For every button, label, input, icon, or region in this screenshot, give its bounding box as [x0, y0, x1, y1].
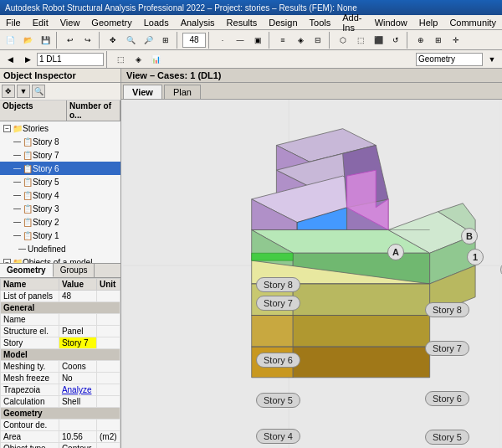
view-dropdown-btn[interactable]: ▼	[484, 51, 500, 68]
bar-btn[interactable]: ―	[232, 32, 248, 49]
tree-item-story4[interactable]: — 📋 Story 4	[0, 188, 120, 202]
menu-file[interactable]: File	[3, 17, 23, 28]
rotate-btn[interactable]: ↺	[387, 32, 404, 49]
tree-item-undefined[interactable]: — Undefined	[0, 242, 120, 255]
geometry-header: Geometry	[1, 408, 120, 420]
tab-groups[interactable]: Groups	[54, 264, 95, 277]
prop-story-label: Story	[1, 337, 59, 349]
menu-tools[interactable]: Tools	[307, 17, 334, 28]
material-btn[interactable]: ◈	[292, 32, 309, 49]
story6-label: Story 6	[33, 164, 59, 173]
menu-bar: File Edit View Geometry Loads Analysis R…	[0, 15, 502, 30]
tree-item-story2[interactable]: — 📋 Story 2	[0, 215, 120, 229]
case-next-btn[interactable]: ▶	[19, 51, 36, 68]
main-layout: Object Inspector ✥ ▼ 🔍 Objects Number of…	[0, 69, 502, 448]
prop-structure-unit	[97, 326, 120, 337]
grid-btn[interactable]: ⊞	[430, 32, 447, 49]
tree-root-stories[interactable]: − 📁 Stories	[0, 121, 120, 135]
results-btn[interactable]: 📊	[147, 51, 164, 68]
tab-geometry[interactable]: Geometry	[0, 264, 54, 277]
tree-item-story5[interactable]: — 📋 Story 5	[0, 175, 120, 188]
node-btn[interactable]: ·	[214, 32, 231, 49]
prop-trapezoia-value[interactable]: Analyze	[59, 384, 96, 396]
menu-analysis[interactable]: Analysis	[178, 17, 218, 28]
props-btn[interactable]: ≡	[274, 32, 291, 49]
case-prev-btn[interactable]: ◀	[2, 51, 18, 68]
sep4	[208, 32, 212, 49]
zoom-out-btn[interactable]: 🔎	[140, 32, 156, 49]
map-btn[interactable]: ◈	[130, 51, 146, 68]
prop-story-value[interactable]: Story 7	[59, 337, 96, 349]
tab-plan[interactable]: Plan	[164, 85, 201, 99]
view-top-btn[interactable]: ⬛	[370, 32, 387, 49]
case-input[interactable]: 1 DL1	[37, 53, 104, 66]
prop-story-row[interactable]: Story Story 7	[1, 337, 120, 349]
axis-A: A	[387, 244, 404, 260]
insp-select-btn[interactable]: ✥	[2, 85, 15, 98]
select-btn[interactable]: ✥	[105, 32, 121, 49]
prop-objtype-label: Object type	[1, 443, 59, 449]
zoom-input[interactable]: 48	[182, 33, 206, 48]
s7-left-text: Story 7	[264, 298, 293, 308]
s8-left-text: Story 8	[264, 280, 293, 290]
tree-item-story8[interactable]: — 📋 Story 8	[0, 135, 120, 148]
prop-name-label: Name	[1, 314, 59, 326]
tree-item-story3[interactable]: — 📋 Story 3	[0, 202, 120, 215]
undo-btn[interactable]: ↩	[62, 32, 79, 49]
svg-marker-22	[252, 316, 294, 348]
zoom-in-btn[interactable]: 🔍	[122, 32, 139, 49]
prop-calc-unit	[97, 396, 120, 408]
objects-of-model-label: Objects of a model	[23, 258, 92, 265]
view-header: View – Cases: 1 (DL1)	[121, 69, 502, 83]
tree-item-story1[interactable]: — 📋 Story 1	[0, 229, 120, 242]
svg-marker-29	[252, 253, 294, 260]
menu-community[interactable]: Community	[447, 17, 499, 28]
open-btn[interactable]: 📂	[19, 32, 36, 49]
s5-right-text: Story 5	[433, 432, 462, 442]
menu-geometry[interactable]: Geometry	[89, 17, 134, 28]
story-label-4-left: Story 4	[256, 429, 300, 444]
insp-filter-btn[interactable]: ▼	[17, 85, 30, 98]
save-btn[interactable]: 💾	[37, 32, 54, 49]
prop-trapezoia-row[interactable]: Trapezoia Analyze	[1, 384, 120, 396]
redo-btn[interactable]: ↪	[79, 32, 96, 49]
view-mode-input[interactable]: Geometry	[416, 53, 483, 66]
expand-stories-icon[interactable]: −	[3, 125, 11, 132]
sep2	[99, 32, 102, 49]
section-btn[interactable]: ⊟	[310, 32, 326, 49]
prop-area-row: Area 10.56 (m2)	[1, 431, 120, 443]
insp-search-btn[interactable]: 🔍	[32, 85, 45, 98]
list-of-panels-label: List of panels	[1, 291, 59, 302]
section-geometry: Geometry	[1, 408, 120, 420]
svg-marker-32	[293, 347, 429, 378]
story-label-7-right: Story 7	[425, 341, 469, 356]
view3d-btn[interactable]: ⬡	[335, 32, 351, 49]
menu-loads[interactable]: Loads	[141, 17, 172, 28]
disp-btn[interactable]: ⬚	[112, 51, 129, 68]
tab-view[interactable]: View	[123, 85, 162, 99]
panel-btn[interactable]: ▣	[249, 32, 266, 49]
menu-help[interactable]: Help	[417, 17, 441, 28]
view-front-btn[interactable]: ⬚	[352, 32, 369, 49]
snap-btn[interactable]: ⊕	[412, 32, 429, 49]
list-of-panels-unit	[97, 291, 120, 302]
3d-canvas[interactable]: A B 1 2 3 Story 8 Story 7 Story 6	[121, 100, 502, 448]
tree-item-story7[interactable]: — 📋 Story 7	[0, 148, 120, 162]
zoom-all-btn[interactable]: ⊞	[157, 32, 174, 49]
story5-label: Story 5	[33, 178, 59, 187]
tree-item-story6[interactable]: — 📋 Story 6	[0, 162, 120, 175]
menu-view[interactable]: View	[58, 17, 83, 28]
menu-window[interactable]: Window	[372, 17, 410, 28]
s7-right-text: Story 7	[433, 343, 462, 353]
new-btn[interactable]: 📄	[2, 32, 18, 49]
menu-design[interactable]: Design	[266, 17, 300, 28]
axis-btn[interactable]: ✛	[448, 32, 464, 49]
story-label-5-left: Story 5	[256, 393, 300, 408]
menu-addins[interactable]: Add-Ins	[340, 12, 365, 33]
s6-left-text: Story 6	[264, 355, 293, 365]
prop-meshfreeze-label: Mesh freeze	[1, 373, 59, 384]
tree-item-objects-of-model[interactable]: − 📁 Objects of a model	[0, 255, 120, 264]
view-header-text: View – Cases: 1 (DL1)	[126, 70, 222, 80]
menu-edit[interactable]: Edit	[30, 17, 51, 28]
menu-results[interactable]: Results	[224, 17, 260, 28]
